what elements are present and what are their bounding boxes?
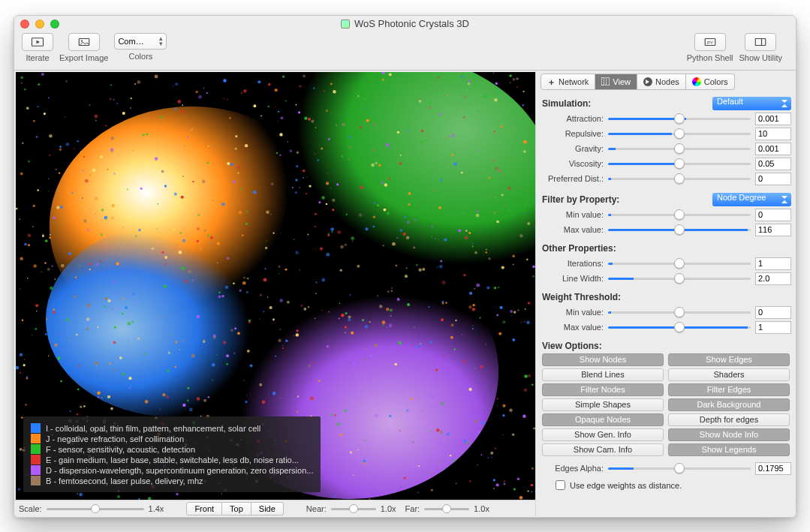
slider[interactable] xyxy=(608,229,751,231)
svg-point-815 xyxy=(162,393,165,396)
svg-point-188 xyxy=(296,329,298,332)
svg-point-279 xyxy=(223,79,226,82)
slider[interactable] xyxy=(608,163,751,165)
svg-point-229 xyxy=(348,315,351,318)
svg-point-117 xyxy=(233,283,234,284)
svg-point-157 xyxy=(362,319,364,321)
view-option-button[interactable]: Show Legends xyxy=(668,443,790,456)
view-option-button[interactable]: Show Node Info xyxy=(668,428,790,441)
python-shell-button[interactable]: PY Python Shell xyxy=(687,33,733,62)
svg-point-345 xyxy=(465,230,468,232)
filter-property-select[interactable]: Node Degree xyxy=(712,193,791,206)
view-option-button[interactable]: Show Cam. Info xyxy=(542,443,664,456)
show-utility-button[interactable]: Show Utility xyxy=(739,33,782,62)
slider[interactable] xyxy=(608,263,751,265)
view-option-button[interactable]: Show Nodes xyxy=(542,353,664,366)
svg-point-862 xyxy=(184,280,187,283)
legend-text: I - colloidal, opal, thin film, pattern,… xyxy=(46,424,260,433)
slider[interactable] xyxy=(608,311,751,314)
svg-point-721 xyxy=(390,308,393,311)
svg-point-624 xyxy=(297,152,299,154)
svg-point-430 xyxy=(439,442,442,445)
tab-colors[interactable]: Colors xyxy=(686,74,735,90)
slider[interactable] xyxy=(608,118,751,120)
svg-point-377 xyxy=(468,83,471,86)
slider-value[interactable] xyxy=(755,209,791,221)
svg-point-848 xyxy=(371,164,374,167)
3d-canvas[interactable]: I - colloidal, opal, thin film, pattern,… xyxy=(16,72,535,500)
front-button[interactable]: Front xyxy=(186,502,222,515)
scale-slider[interactable] xyxy=(47,508,144,510)
tab-nodes[interactable]: Nodes xyxy=(637,74,686,90)
slider-value[interactable] xyxy=(755,113,791,125)
svg-point-822 xyxy=(494,98,497,101)
svg-point-400 xyxy=(526,320,530,324)
svg-point-353 xyxy=(447,95,449,96)
edges-alpha-slider[interactable] xyxy=(608,467,751,470)
svg-point-57 xyxy=(20,448,23,451)
near-slider[interactable] xyxy=(331,508,376,510)
view-option-button[interactable]: Shaders xyxy=(668,368,790,381)
svg-point-287 xyxy=(295,191,297,194)
svg-point-412 xyxy=(472,325,474,326)
slider-value[interactable] xyxy=(755,306,791,319)
legend-swatch xyxy=(31,423,41,433)
iterate-button[interactable]: Iterate xyxy=(22,33,53,62)
svg-point-745 xyxy=(270,214,271,215)
view-option-button[interactable]: Opaque Nodes xyxy=(542,413,664,426)
svg-point-681 xyxy=(485,251,486,253)
view-option-button[interactable]: Blend Lines xyxy=(542,368,664,381)
svg-point-637 xyxy=(462,359,466,363)
svg-point-130 xyxy=(59,334,61,335)
colors-combo[interactable]: Com…▴▾ Colors xyxy=(114,33,167,61)
view-option-button[interactable]: Filter Nodes xyxy=(542,383,664,396)
svg-point-663 xyxy=(182,404,185,407)
svg-point-83 xyxy=(491,457,492,458)
svg-point-436 xyxy=(476,284,480,287)
slider-value[interactable] xyxy=(755,158,791,170)
svg-point-32 xyxy=(269,306,273,309)
edge-weights-checkbox[interactable] xyxy=(556,480,565,490)
svg-point-146 xyxy=(447,432,450,435)
svg-point-293 xyxy=(374,344,378,347)
slider[interactable] xyxy=(608,326,751,329)
edges-alpha-value[interactable] xyxy=(755,462,791,475)
slider-value[interactable] xyxy=(755,128,791,140)
tab-network[interactable]: ＋Network xyxy=(541,74,595,90)
simulation-preset-select[interactable]: Default xyxy=(712,97,791,110)
view-option-button[interactable]: Simple Shapes xyxy=(542,398,664,411)
export-image-button[interactable]: Export Image xyxy=(59,33,108,62)
slider[interactable] xyxy=(608,133,751,135)
slider[interactable] xyxy=(608,214,751,216)
slider-value[interactable] xyxy=(755,257,791,270)
view-option-button[interactable]: Depth for edges xyxy=(668,413,790,426)
top-button[interactable]: Top xyxy=(222,502,251,515)
slider[interactable] xyxy=(608,178,751,180)
side-button[interactable]: Side xyxy=(251,502,284,515)
svg-point-847 xyxy=(157,203,158,205)
other-heading: Other Properties: xyxy=(542,243,791,254)
slider-value[interactable] xyxy=(755,224,791,236)
tab-view[interactable]: ⿲View xyxy=(595,74,637,90)
slider-value[interactable] xyxy=(755,321,791,334)
far-slider[interactable] xyxy=(424,508,469,510)
view-option-button[interactable]: Show Edges xyxy=(668,353,790,366)
svg-point-504 xyxy=(245,223,248,225)
slider-value[interactable] xyxy=(755,173,791,185)
svg-point-45 xyxy=(438,206,441,209)
svg-point-274 xyxy=(378,185,380,187)
svg-point-401 xyxy=(469,292,472,295)
svg-point-647 xyxy=(207,396,209,398)
svg-point-173 xyxy=(173,229,175,231)
view-option-button[interactable]: Show Gen. Info xyxy=(542,428,664,441)
svg-point-100 xyxy=(503,174,504,175)
slider-value[interactable] xyxy=(755,272,791,285)
svg-point-191 xyxy=(498,332,501,335)
slider-value[interactable] xyxy=(755,143,791,155)
view-option-button[interactable]: Dark Background xyxy=(668,398,790,411)
slider[interactable] xyxy=(608,278,751,280)
view-option-button[interactable]: Filter Edges xyxy=(668,383,790,396)
slider[interactable] xyxy=(608,148,751,150)
svg-point-366 xyxy=(444,354,445,356)
svg-point-597 xyxy=(206,92,209,95)
